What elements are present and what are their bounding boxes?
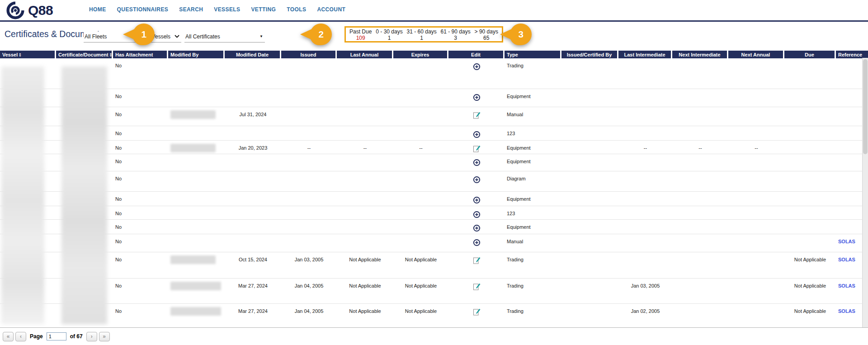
column-header-next_intermediate: Next Intermediate: [672, 51, 728, 58]
column-header-certificate[interactable]: Certificate/Document⇕: [56, 51, 113, 58]
cell-type: Trading: [505, 279, 561, 304]
reference-link[interactable]: SOLAS: [838, 239, 855, 244]
cell-next-annual: [728, 154, 784, 171]
reference-link[interactable]: SOLAS: [838, 283, 855, 288]
nav-item-home[interactable]: HOME: [89, 6, 106, 13]
callout-number: 3: [510, 24, 532, 45]
column-header-vessel[interactable]: Vessel⇕: [0, 51, 56, 58]
cell-issued-certified-by: [561, 234, 618, 252]
cell-edit: [448, 154, 505, 171]
cell-type: 123: [505, 126, 561, 141]
table-row: NoMar 27, 2024Jan 04, 2005Not Applicable…: [0, 304, 868, 327]
cell-modified-by: [168, 107, 225, 126]
table-row: NoJan 20, 2023------Equipment------: [0, 141, 868, 154]
table-row: NoOct 15, 2024Jan 03, 2005Not Applicable…: [0, 252, 868, 279]
cell-type: 123: [505, 206, 561, 220]
add-certificate-button[interactable]: [473, 239, 481, 246]
table-row: NoDiagram: [0, 171, 868, 192]
cell-next-intermediate: [672, 234, 728, 252]
vertical-scrollbar[interactable]: [862, 58, 868, 327]
next-page-button[interactable]: ›: [86, 332, 97, 341]
edit-certificate-button[interactable]: [473, 257, 481, 265]
cell-last-intermediate: [618, 126, 672, 141]
reference-link[interactable]: SOLAS: [838, 308, 855, 314]
brand[interactable]: Q88: [6, 1, 53, 19]
vessel-select[interactable]: All Vessels: [143, 32, 181, 43]
cell-next-intermediate: [672, 220, 728, 234]
fleet-select[interactable]: All Fleets: [84, 32, 139, 43]
cell-expires: [393, 126, 448, 141]
cell-last-annual: --: [337, 141, 393, 154]
cell-modified-date: [225, 89, 281, 107]
cell-modified-by: [168, 192, 225, 206]
chevron-down-icon: [175, 35, 179, 38]
last-page-button[interactable]: »: [99, 332, 110, 341]
stat-value: 109: [349, 35, 372, 41]
top-navigation-bar: Q88 HOMEQUESTIONNAIRESSEARCHVESSELSVETTI…: [0, 0, 868, 22]
cell-has-attachment: No: [113, 107, 168, 126]
sort-icon: ⇕: [109, 52, 113, 57]
previous-page-button[interactable]: ‹: [15, 332, 26, 341]
cell-modified-by: [168, 252, 225, 279]
add-certificate-button[interactable]: [473, 196, 481, 204]
edit-certificate-button[interactable]: [473, 112, 481, 119]
table-row: NoEquipment: [0, 220, 868, 234]
cell-issued-certified-by: [561, 279, 618, 304]
first-page-button[interactable]: «: [3, 332, 14, 341]
edit-certificate-button[interactable]: [473, 308, 481, 316]
cell-next-intermediate: [672, 107, 728, 126]
cell-last-intermediate: [618, 58, 672, 89]
cell-modified-by: [168, 234, 225, 252]
add-certificate-button[interactable]: [473, 63, 481, 71]
cell-issued: [281, 58, 337, 89]
cell-last-annual: [337, 58, 393, 89]
page-number-input[interactable]: [47, 332, 66, 340]
add-certificate-button[interactable]: [473, 94, 481, 101]
table-row: NoEquipment: [0, 192, 868, 206]
nav-item-tools[interactable]: TOOLS: [287, 6, 306, 13]
dropdown-arrow-icon: ▼: [259, 34, 263, 38]
cell-type: Equipment: [505, 154, 561, 171]
cell-expires: [393, 192, 448, 206]
summary-stat: 61 - 90 days3: [441, 28, 471, 41]
cell-next-intermediate: [672, 279, 728, 304]
cell-next-annual: --: [728, 141, 784, 154]
table-row: NoManualSOLAS: [0, 234, 868, 252]
scrollbar-thumb[interactable]: [863, 59, 868, 154]
cell-next-intermediate: [672, 192, 728, 206]
add-certificate-button[interactable]: [473, 224, 481, 232]
add-certificate-button[interactable]: [473, 159, 481, 166]
cell-type: Trading: [505, 304, 561, 327]
cell-modified-date: Jul 31, 2024: [225, 107, 281, 126]
add-certificate-button[interactable]: [473, 176, 481, 184]
edit-certificate-button[interactable]: [473, 283, 481, 291]
cell-last-intermediate: [618, 171, 672, 192]
callout-tail-icon: [300, 29, 312, 40]
due-summary-box: Past Due1090 - 30 days131 - 60 days161 -…: [344, 26, 503, 43]
add-certificate-button[interactable]: [473, 211, 481, 218]
cell-last-annual: Not Applicable: [337, 252, 393, 279]
cell-issued-certified-by: [561, 304, 618, 327]
cell-issued: --: [281, 141, 337, 154]
nav-item-vetting[interactable]: VETTING: [251, 6, 276, 13]
edit-certificate-button[interactable]: [473, 145, 481, 153]
cell-modified-date: [225, 206, 281, 220]
certificate-select[interactable]: All Certificates ▼: [184, 32, 265, 43]
nav-item-questionnaires[interactable]: QUESTIONNAIRES: [117, 6, 169, 13]
reference-link[interactable]: SOLAS: [838, 257, 855, 262]
cell-modified-date: Oct 15, 2024: [225, 252, 281, 279]
column-header-modified_by: Modified By: [168, 51, 225, 58]
nav-item-search[interactable]: SEARCH: [179, 6, 203, 13]
cell-last-intermediate: Jan 03, 2005: [618, 279, 672, 304]
cell-due: [784, 89, 836, 107]
cell-modified-date: [225, 234, 281, 252]
modified-by-redaction: [170, 144, 216, 152]
cell-has-attachment: No: [113, 89, 168, 107]
cell-modified-date: Mar 27, 2024: [225, 304, 281, 327]
nav-item-vessels[interactable]: VESSELS: [214, 6, 240, 13]
cell-edit: [448, 234, 505, 252]
nav-item-account[interactable]: ACCOUNT: [317, 6, 345, 13]
add-certificate-button[interactable]: [473, 131, 481, 138]
cell-has-attachment: No: [113, 252, 168, 279]
cell-modified-by: [168, 89, 225, 107]
